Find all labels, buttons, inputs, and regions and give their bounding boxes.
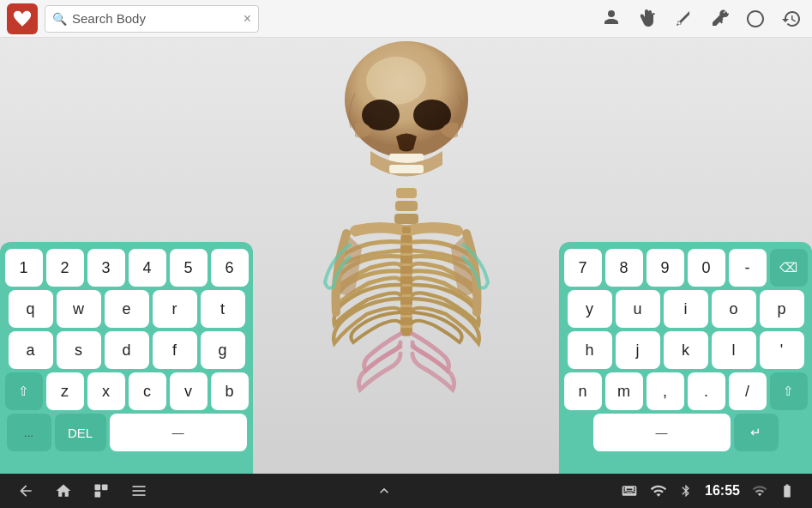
key-symbols[interactable]: ... [7, 414, 51, 451]
person-icon[interactable] [598, 5, 625, 33]
key-row-numbers-left: 1 2 3 4 5 6 [5, 249, 248, 287]
key-a[interactable]: a [9, 331, 53, 369]
key-d[interactable]: d [105, 331, 149, 369]
key-period[interactable]: . [688, 372, 725, 410]
key-9[interactable]: 9 [647, 249, 684, 287]
recent-apps-button[interactable] [93, 482, 110, 499]
key-5[interactable]: 5 [170, 249, 208, 287]
svg-point-1 [366, 57, 426, 105]
key-del[interactable]: DEL [55, 414, 106, 451]
menu-button[interactable] [130, 482, 147, 499]
top-bar: 🔍 Search Body × [0, 0, 812, 38]
key-space-left[interactable]: — [110, 414, 247, 451]
key-row-special-right: — ↵ [564, 414, 807, 451]
up-arrow-button[interactable] [376, 482, 393, 499]
key-y[interactable]: y [568, 290, 612, 328]
brain-icon[interactable] [778, 5, 805, 33]
key-g[interactable]: g [201, 331, 245, 369]
search-box[interactable]: 🔍 Search Body × [45, 5, 259, 33]
key-o[interactable]: o [712, 290, 756, 328]
key-apostrophe[interactable]: ' [760, 331, 804, 369]
key-row-nm: n m , . / ⇧ [564, 372, 807, 410]
keyboard-right[interactable]: 7 8 9 0 - ⌫ y u i o p h j k l ' n m , . [559, 242, 812, 508]
key-row-special-left: ... DEL — [5, 414, 248, 451]
key-r[interactable]: r [153, 290, 197, 328]
key-space-right[interactable]: — [593, 414, 731, 451]
key-t[interactable]: t [201, 290, 245, 328]
key-j[interactable]: j [616, 331, 660, 369]
app-icon[interactable] [7, 3, 38, 34]
key-1[interactable]: 1 [5, 249, 43, 287]
bottom-left-icons [17, 482, 147, 499]
back-button[interactable] [17, 482, 34, 499]
skeleton-3d [269, 38, 544, 474]
key-f[interactable]: f [153, 331, 197, 369]
key-w[interactable]: w [57, 290, 101, 328]
svg-rect-21 [95, 485, 101, 491]
key-row-qwert: q w e r t [5, 290, 248, 328]
svg-rect-5 [389, 165, 424, 173]
search-input[interactable]: Search Body [72, 11, 244, 26]
svg-rect-26 [133, 494, 146, 496]
bluetooth-icon [679, 482, 693, 499]
svg-rect-11 [401, 235, 412, 243]
search-clear-button[interactable]: × [244, 11, 251, 27]
key-6[interactable]: 6 [211, 249, 249, 287]
key-z[interactable]: z [46, 372, 84, 410]
key-7[interactable]: 7 [564, 249, 602, 287]
svg-rect-13 [400, 256, 412, 263]
key-4[interactable]: 4 [129, 249, 166, 287]
svg-rect-17 [400, 297, 412, 305]
key-row-asdfg: a s d f g [5, 331, 248, 369]
svg-rect-24 [133, 486, 146, 487]
svg-rect-22 [102, 485, 108, 491]
svg-rect-8 [394, 214, 418, 224]
key-comma[interactable]: , [647, 372, 684, 410]
svg-rect-7 [395, 201, 418, 211]
key-b[interactable]: b [211, 372, 249, 410]
scalpel-icon[interactable] [670, 5, 697, 33]
signal-icon [752, 482, 767, 499]
key-0[interactable]: 0 [688, 249, 725, 287]
key-8[interactable]: 8 [605, 249, 643, 287]
key-minus[interactable]: - [729, 249, 767, 287]
svg-rect-15 [400, 276, 412, 284]
key-3[interactable]: 3 [87, 249, 125, 287]
key-v[interactable]: v [170, 372, 208, 410]
circle-icon[interactable] [742, 5, 769, 33]
key-l[interactable]: l [712, 331, 756, 369]
key-n[interactable]: n [564, 372, 602, 410]
key-k[interactable]: k [664, 331, 708, 369]
key-backspace[interactable]: ⌫ [770, 249, 808, 287]
keyboard-left[interactable]: 1 2 3 4 5 6 q w e r t a s d f g ⇧ z x c [0, 242, 253, 508]
key-i[interactable]: i [664, 290, 708, 328]
svg-rect-16 [400, 287, 412, 294]
key-2[interactable]: 2 [46, 249, 84, 287]
key-u[interactable]: u [616, 290, 660, 328]
svg-rect-25 [133, 490, 146, 492]
key-enter[interactable]: ↵ [734, 414, 779, 451]
home-button[interactable] [55, 482, 72, 499]
keyboard-icon[interactable] [621, 482, 638, 499]
bottom-bar: 16:55 [0, 474, 812, 508]
svg-rect-12 [400, 245, 412, 253]
key-slash[interactable]: / [729, 372, 767, 410]
bottom-center [376, 482, 393, 499]
key-p[interactable]: p [760, 290, 804, 328]
key-shift-right[interactable]: ⇧ [770, 372, 808, 410]
key-q[interactable]: q [9, 290, 53, 328]
key-c[interactable]: c [129, 372, 166, 410]
key-e[interactable]: e [105, 290, 149, 328]
key-h[interactable]: h [568, 331, 612, 369]
battery-icon [779, 482, 795, 499]
key-row-hjkl: h j k l ' [564, 331, 807, 369]
bird-icon[interactable] [706, 5, 733, 33]
bottom-right-icons: 16:55 [621, 482, 795, 499]
key-s[interactable]: s [57, 331, 101, 369]
key-row-yuiop: y u i o p [564, 290, 807, 328]
hand-icon[interactable] [634, 5, 661, 33]
time-display: 16:55 [705, 483, 740, 499]
key-shift-left[interactable]: ⇧ [5, 372, 43, 410]
key-m[interactable]: m [605, 372, 643, 410]
key-x[interactable]: x [87, 372, 125, 410]
